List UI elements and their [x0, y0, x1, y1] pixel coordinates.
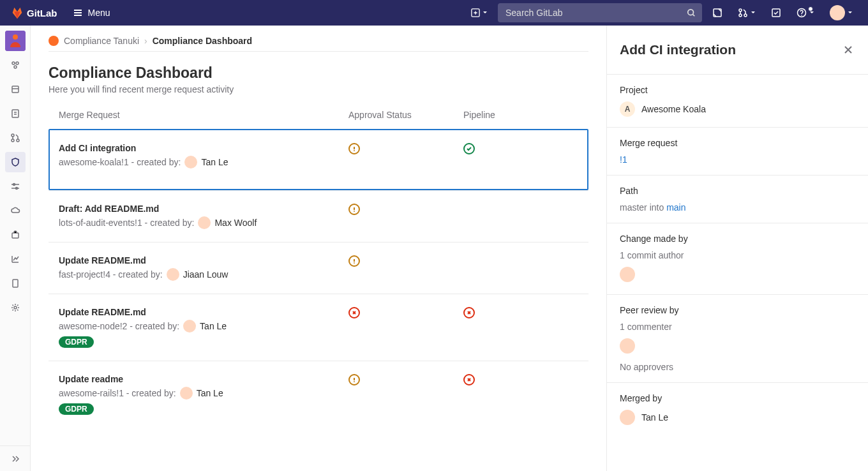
approval-status-cell — [348, 204, 463, 215]
pipeline-status-cell — [463, 374, 578, 385]
svg-point-26 — [354, 262, 355, 264]
col-approval-status: Approval Status — [348, 110, 463, 120]
chevron-down-icon — [483, 10, 488, 15]
col-merge-request: Merge Request — [59, 110, 348, 120]
page-title: Compliance Dashboard — [49, 64, 588, 82]
panel-path-row: master into main — [620, 202, 855, 213]
chevron-down-icon — [848, 10, 853, 15]
panel-section-merged-by: Merged by Tan Le — [607, 383, 868, 435]
table-header: Merge Request Approval Status Pipeline — [49, 110, 588, 129]
issues-button[interactable] — [707, 4, 728, 22]
panel-label-peer-review: Peer review by — [620, 305, 855, 315]
breadcrumb-group-link[interactable]: Compliance Tanuki — [64, 36, 139, 46]
mr-meta: awesome-koala!1 - created by:Tan Le — [59, 156, 348, 168]
table-row[interactable]: Update readmeawesome-rails!1 - created b… — [49, 361, 588, 428]
breadcrumb-group-avatar — [49, 36, 59, 46]
sidebar-item-merge-requests[interactable] — [5, 128, 26, 148]
svg-point-1 — [688, 10, 694, 15]
detail-panel: Add CI integration Project A Awesome Koa… — [606, 26, 868, 471]
sidebar-expand-button[interactable] — [0, 445, 30, 471]
svg-point-24 — [354, 150, 355, 151]
group-avatar[interactable] — [5, 31, 26, 51]
project-name: Awesome Koala — [641, 104, 706, 114]
help-button[interactable] — [791, 4, 819, 22]
mr-ref: awesome-koala!1 - created by: — [59, 157, 181, 167]
table-row[interactable]: Update README.mdawesome-node!2 - created… — [49, 294, 588, 361]
svg-rect-9 — [5, 31, 26, 51]
group-icon — [5, 31, 26, 51]
commenter-avatar — [620, 338, 635, 354]
menu-label: Menu — [88, 8, 110, 18]
sidebar-item-wiki[interactable] — [5, 273, 26, 294]
sidebar-item-info[interactable] — [5, 55, 26, 75]
pipeline-status-cell — [463, 307, 578, 318]
help-icon — [797, 8, 807, 18]
svg-point-23 — [14, 306, 17, 309]
notification-dot-icon — [808, 6, 813, 11]
chart-icon — [10, 254, 20, 264]
sidebar-item-analytics[interactable] — [5, 249, 26, 269]
sidebar-item-security[interactable] — [5, 152, 26, 172]
settings-slider-icon — [10, 181, 20, 191]
epic-icon — [10, 84, 20, 94]
table-row[interactable]: Draft: Add README.mdlots-of-audit-events… — [49, 190, 588, 242]
user-menu[interactable] — [825, 1, 858, 24]
logo[interactable]: GitLab — [10, 6, 57, 20]
mr-ref: awesome-node!2 - created by: — [59, 321, 179, 331]
issues-icon — [10, 108, 20, 119]
mr-ref: awesome-rails!1 - created by: — [59, 388, 176, 398]
menu-button[interactable]: Menu — [68, 4, 116, 22]
author-avatar — [167, 268, 179, 281]
mr-title: Update README.md — [59, 255, 348, 265]
gear-icon — [10, 303, 20, 313]
sidebar-item-epics[interactable] — [5, 79, 26, 100]
breadcrumb-separator: › — [144, 36, 147, 46]
top-nav: GitLab Menu — [0, 0, 868, 26]
panel-label-mr: Merge request — [620, 138, 855, 148]
todo-icon — [771, 8, 781, 18]
mr-title: Update readme — [59, 374, 348, 384]
approval-status-cell — [348, 307, 463, 318]
panel-mr-link[interactable]: !1 — [620, 154, 627, 165]
path-to-link[interactable]: main — [666, 202, 685, 213]
sidebar — [0, 26, 31, 471]
issues-icon — [712, 8, 722, 18]
svg-point-16 — [11, 134, 14, 137]
close-button[interactable] — [841, 43, 855, 57]
svg-point-8 — [801, 15, 802, 16]
sidebar-item-kubernetes[interactable] — [5, 200, 26, 221]
status-warning-icon — [348, 204, 360, 215]
sidebar-item-issues[interactable] — [5, 103, 26, 124]
pipeline-status-cell — [463, 143, 578, 154]
merge-request-icon — [10, 133, 20, 143]
panel-label-project: Project — [620, 85, 855, 95]
mr-ref: lots-of-audit-events!1 - created by: — [59, 218, 194, 228]
table-row[interactable]: Add CI integrationawesome-koala!1 - crea… — [49, 129, 588, 190]
todos-button[interactable] — [766, 4, 786, 22]
new-button[interactable] — [466, 4, 493, 21]
no-approvers-text: No approvers — [620, 362, 855, 372]
book-icon — [10, 278, 20, 288]
search-input[interactable] — [504, 7, 683, 19]
svg-point-5 — [744, 14, 747, 17]
sidebar-item-ci[interactable] — [5, 176, 26, 197]
mr-list: Add CI integrationawesome-koala!1 - crea… — [49, 129, 588, 428]
main-content: Compliance Tanuki › Compliance Dashboard… — [31, 26, 606, 471]
mr-meta: fast-project!4 - created by:Jiaan Louw — [59, 268, 348, 281]
cloud-icon — [10, 206, 20, 216]
search-box[interactable] — [498, 3, 702, 22]
sidebar-item-packages[interactable] — [5, 225, 26, 245]
sidebar-item-settings[interactable] — [5, 297, 26, 318]
search-icon — [687, 8, 696, 17]
mr-meta: awesome-rails!1 - created by:Tan Le — [59, 387, 348, 400]
table-row[interactable]: Update README.mdfast-project!4 - created… — [49, 242, 588, 294]
merged-by-avatar — [620, 410, 635, 425]
panel-title: Add CI integration — [620, 42, 736, 57]
mr-body: Update README.mdawesome-node!2 - created… — [59, 307, 348, 348]
mr-title: Add CI integration — [59, 143, 348, 153]
svg-point-10 — [13, 34, 18, 40]
col-pipeline: Pipeline — [463, 110, 578, 120]
svg-point-17 — [11, 139, 14, 142]
mr-author: Tan Le — [201, 157, 228, 167]
merge-requests-button[interactable] — [733, 4, 761, 22]
